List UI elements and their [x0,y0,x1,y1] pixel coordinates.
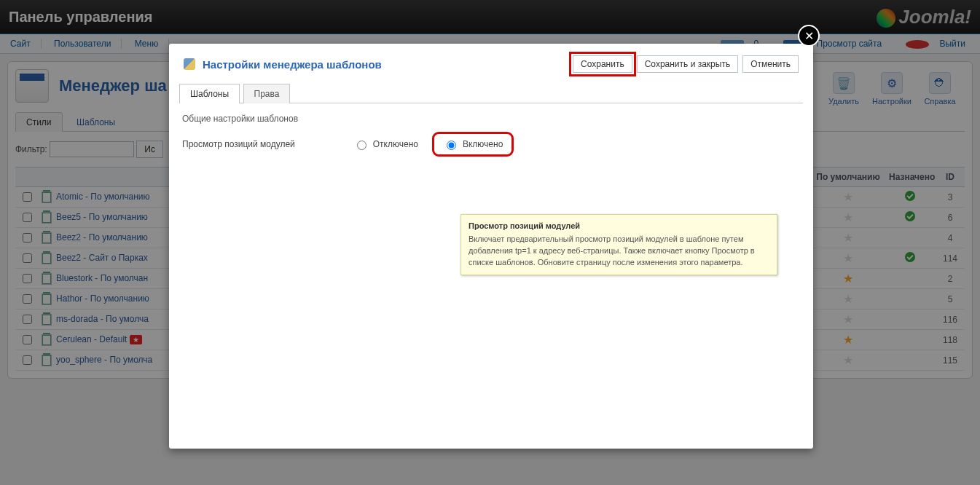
cancel-button[interactable]: Отменить [742,55,799,73]
close-icon[interactable]: ✕ [798,25,820,47]
save-button[interactable]: Сохранить [573,55,632,73]
modal-section-heading: Общие настройки шаблонов [182,114,800,124]
tooltip-text: Включает предварительный просмотр позици… [469,234,755,267]
radio-on[interactable]: Включено [437,137,509,151]
option-label: Просмотр позиций модулей [182,139,295,149]
settings-modal: Настройки менеджера шаблонов Сохранить С… [169,44,813,449]
radio-on-input[interactable] [447,141,456,150]
modal-tab-templates[interactable]: Шаблоны [179,84,240,103]
modal-tab-rights[interactable]: Права [243,84,291,103]
modal-wrapper: ✕ Настройки менеджера шаблонов Сохранить… [0,0,980,485]
save-close-button[interactable]: Сохранить и закрыть [637,55,738,73]
help-tooltip: Просмотр позиций модулей Включает предва… [460,214,777,275]
modal-tabs: Шаблоны Права [179,83,803,103]
radio-off[interactable]: Отключено [353,138,418,150]
tooltip-title: Просмотр позиций модулей [469,221,769,232]
modal-title: Настройки менеджера шаблонов [184,58,382,71]
tools-icon [184,58,195,70]
radio-off-input[interactable] [357,141,366,150]
